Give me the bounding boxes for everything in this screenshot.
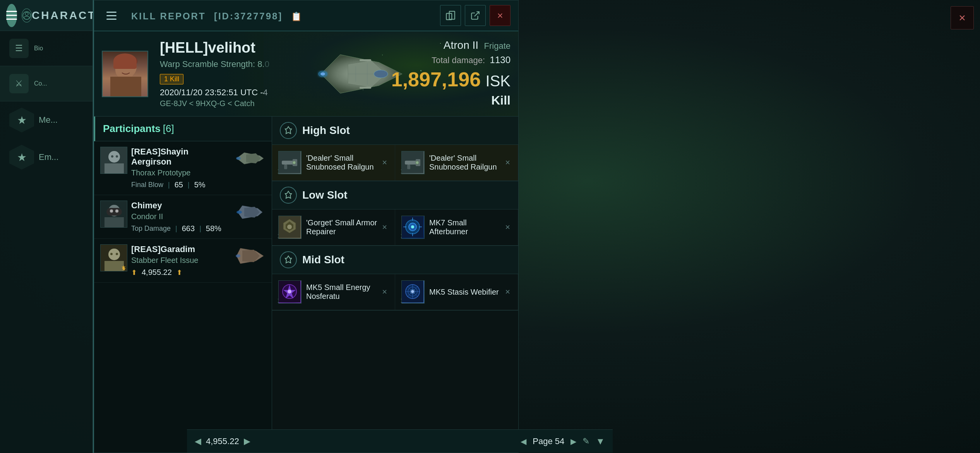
high-slot-title: High Slot	[302, 124, 350, 137]
low-slot-title: Low Slot	[302, 189, 348, 201]
participant-row[interactable]: Chimey Condor II Top Damage | 663 | 58%	[94, 195, 272, 239]
sidebar-item-bio[interactable]: ☰ Bio	[0, 31, 93, 66]
app-close-button[interactable]: ×	[951, 6, 974, 29]
sidebar-bio-label: Bio	[34, 45, 43, 52]
svg-point-51	[287, 225, 292, 229]
participant-2-info: Chimey Condor II Top Damage | 663 | 58%	[127, 201, 235, 233]
export-button[interactable]	[465, 5, 486, 26]
high-slot-items: 1 'Dealer' Small Snubnosed Railgun	[272, 145, 518, 181]
participant-3-name: [REAS]Garadim	[131, 244, 231, 254]
stat-divider-1: |	[168, 181, 170, 189]
mid-slot-item-1-close[interactable]: ×	[380, 285, 389, 299]
participant-1-ship: Thorax Prototype	[131, 168, 231, 177]
mid-slot-item-1-icon	[278, 280, 302, 304]
svg-line-5	[475, 12, 479, 16]
hamburger-line-2	[6, 15, 17, 16]
svg-point-8	[114, 54, 137, 68]
mid-slot-items: 1 MK5 Small Energy Nosferatu ×	[272, 274, 518, 310]
sidebar-section-medals[interactable]: ★ Me...	[0, 101, 93, 139]
mid-slot-item-2-name: MK5 Stasis Webifier	[429, 288, 504, 297]
svg-rect-46	[405, 161, 417, 165]
high-slot-item-1-name: 'Dealer' Small Snubnosed Railgun	[306, 154, 380, 172]
panel-close-button[interactable]: ×	[490, 5, 511, 26]
participant-1-info: [REAS]Shayin Aergirson Thorax Prototype …	[127, 147, 235, 189]
participant-3-info: [REAS]Garadim Stabber Fleet Issue ⬆ 4,95…	[127, 244, 235, 277]
high-slot-item-2-name: 'Dealer' Small Snubnosed Railgun	[429, 154, 504, 172]
high-slot-item-1-close[interactable]: ×	[380, 156, 389, 169]
up-arrow-icon: ⬆	[176, 268, 182, 277]
copy-icon[interactable]: 📋	[291, 12, 303, 21]
svg-point-21	[108, 151, 120, 163]
clipboard-button[interactable]	[440, 5, 461, 26]
svg-point-25	[236, 157, 241, 160]
low-slot-items: 1 'Gorget' Small Armor Repairer ×	[272, 209, 518, 245]
panel-title-text: KILL REPORT	[131, 11, 206, 21]
stat-divider-3: |	[175, 225, 177, 233]
edit-button[interactable]: ✎	[583, 436, 589, 446]
employment-hex-icon: ★	[9, 145, 34, 170]
high-slot-icon	[280, 122, 297, 139]
participant-3-ship: Stabber Fleet Issue	[131, 256, 231, 265]
stat-divider-2: |	[188, 181, 190, 189]
panel-menu-line-2	[106, 15, 117, 16]
panel-menu-line-3	[106, 19, 117, 20]
participant-2-stat-label: Top Damage	[131, 225, 171, 233]
mid-slot-title: Mid Slot	[302, 254, 344, 266]
page-label: Page 54	[533, 436, 564, 446]
participant-1-stats: Final Blow | 65 | 5%	[131, 180, 231, 189]
bottom-arrow-right[interactable]: ▶	[244, 436, 250, 446]
participant-row[interactable]: ★ [REAS]Garadim Stabber Fleet Issue ⬆ 4,…	[94, 239, 272, 283]
svg-rect-11	[103, 51, 148, 97]
page-prev-button[interactable]: ◀	[521, 437, 526, 446]
medals-hex-icon: ★	[9, 108, 34, 132]
svg-point-34	[108, 249, 120, 260]
svg-point-49	[416, 161, 419, 164]
svg-point-44	[293, 161, 296, 164]
participant-row[interactable]: [REAS]Shayin Aergirson Thorax Prototype …	[94, 141, 272, 195]
participant-3-avatar: ★	[100, 244, 127, 271]
svg-rect-28	[105, 217, 124, 228]
character-icon	[22, 9, 32, 22]
hamburger-line-3	[6, 19, 17, 20]
bottom-value: 4,955.22	[206, 436, 239, 446]
panel-menu-button[interactable]	[102, 6, 121, 25]
star-badge: ★	[121, 264, 126, 270]
high-slot-item-2-close[interactable]: ×	[504, 156, 512, 169]
kill-stats: Atron II Frigate Total damage: 1130 1,89…	[391, 39, 511, 108]
hamburger-line-1	[6, 11, 17, 12]
low-slot-item-2-close[interactable]: ×	[504, 221, 512, 234]
svg-point-36	[110, 253, 113, 255]
svg-point-55	[411, 225, 414, 228]
main-content: Participants [6] [REAS]Shayin Aergirson	[94, 117, 518, 453]
mid-slot-item-2-close[interactable]: ×	[504, 285, 512, 299]
sidebar-item-combat[interactable]: ⚔ Co...	[0, 66, 93, 101]
low-slot-item-1-close[interactable]: ×	[380, 221, 389, 234]
sidebar-section-employment[interactable]: ★ Em...	[0, 139, 93, 176]
svg-point-32	[236, 211, 242, 214]
svg-point-39	[236, 254, 240, 257]
sidebar-medals-label: Me...	[39, 115, 58, 125]
participant-2-damage: 663	[182, 224, 195, 233]
participant-3-stats: ⬆ 4,955.22 ⬆	[131, 268, 231, 277]
participant-1-avatar	[100, 147, 127, 174]
ship-type-label: Frigate	[484, 41, 511, 51]
low-slot-icon	[280, 187, 297, 204]
panel-id: [ID:3727798]	[214, 11, 283, 21]
bottom-arrow-left[interactable]: ◀	[195, 436, 201, 446]
svg-point-30	[110, 209, 113, 213]
page-next-button[interactable]: ▶	[571, 437, 576, 446]
high-slot-item-1-icon	[278, 151, 302, 174]
slot-item: 1 MK5 Small Energy Nosferatu ×	[272, 274, 395, 310]
svg-point-37	[116, 253, 118, 255]
slot-item: 1	[395, 274, 518, 310]
svg-rect-43	[284, 165, 287, 169]
participant-1-pct: 5%	[194, 180, 206, 189]
stat-divider-4: |	[199, 225, 201, 233]
participant-2-stats: Top Damage | 663 | 58%	[131, 224, 231, 233]
left-sidebar: CHARACTER ☰ Bio ⚔ Co... ★ Me... ★ Em...	[0, 0, 93, 453]
participant-3-damage: 4,955.22	[142, 268, 172, 277]
filter-button[interactable]: ▼	[596, 436, 605, 447]
participants-title: Participants	[103, 123, 161, 135]
sidebar-hamburger-button[interactable]	[6, 4, 17, 27]
svg-point-23	[111, 155, 113, 158]
